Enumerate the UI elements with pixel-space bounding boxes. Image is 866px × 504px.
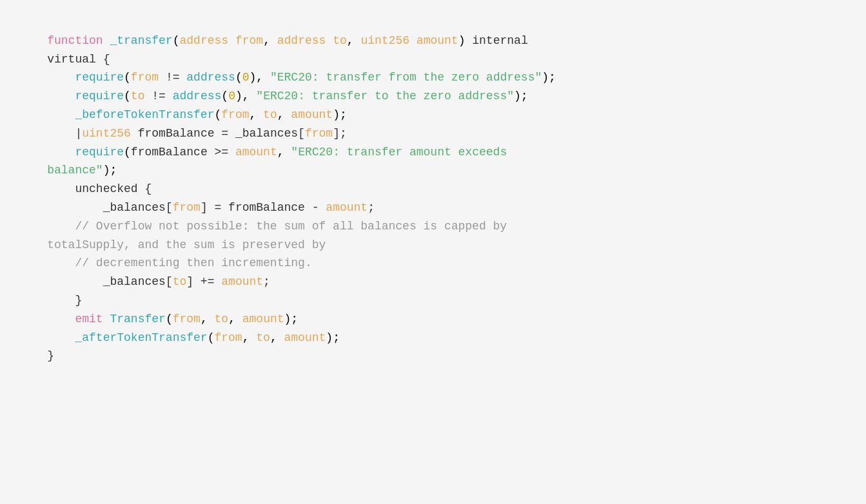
code-block: function _transfer(address from, address… [19,13,847,365]
line-8: balance"); [19,164,117,177]
line-17: _afterTokenTransfer(from, to, amount); [19,331,340,344]
line-15: } [19,294,82,307]
line-16: emit Transfer(from, to, amount); [19,313,298,325]
line-10: _balances[from] = fromBalance - amount; [19,201,375,214]
line-6: |uint256 fromBalance = _balances[from]; [19,127,347,140]
line-18: } [19,349,54,362]
line-7: require(fromBalance >= amount, "ERC20: t… [19,146,507,159]
line-11: // Overflow not possible: the sum of all… [19,220,507,233]
line-1: function _transfer(address from, address… [19,34,528,47]
line-4: require(to != address(0), "ERC20: transf… [19,90,528,102]
line-14: _balances[to] += amount; [19,275,270,288]
line-5: _beforeTokenTransfer(from, to, amount); [19,108,347,121]
line-2: virtual { [19,53,110,66]
line-3: require(from != address(0), "ERC20: tran… [19,71,556,84]
line-9: unchecked { [19,182,152,195]
line-13: // decrementing then incrementing. [19,257,312,269]
line-12: totalSupply, and the sum is preserved by [19,238,326,251]
